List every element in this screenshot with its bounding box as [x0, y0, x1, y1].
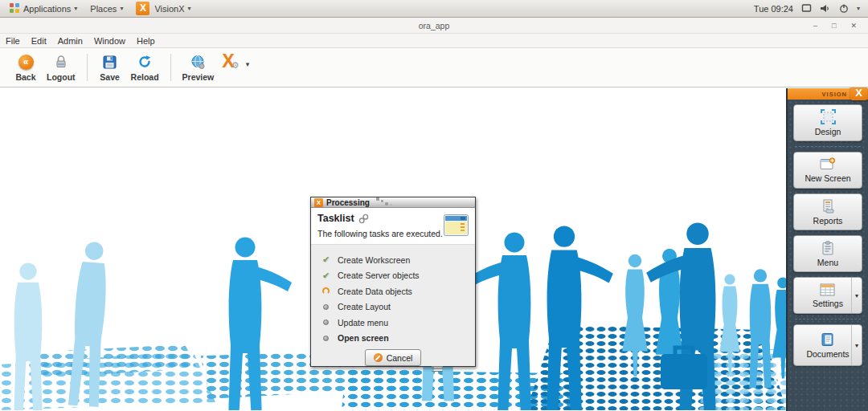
processing-dialog: X Processing Tasklist The following task…	[310, 197, 476, 367]
dialog-header: Tasklist The following tasks are execute…	[311, 208, 475, 245]
task-label: Update menu	[338, 318, 388, 328]
dialog-titlebar[interactable]: X Processing	[311, 197, 475, 208]
settings-button[interactable]: Settings ▾	[793, 277, 862, 314]
workscreen-icon	[444, 214, 469, 236]
menu-clipboard-icon	[821, 241, 834, 255]
menu-label: Menu	[817, 258, 838, 267]
design-label: Design	[815, 127, 841, 136]
sidebar-close-x-icon[interactable]: X	[850, 87, 867, 100]
logout-label: Logout	[47, 72, 76, 82]
back-label: Back	[15, 72, 35, 82]
toolbar-separator	[87, 54, 88, 81]
sidebar-header: VISION X	[788, 88, 868, 100]
globe-preview-icon	[190, 54, 206, 70]
window-titlebar: ora_app – □ ✕	[0, 18, 868, 34]
menu-file[interactable]: File	[0, 35, 26, 47]
logout-button[interactable]: Logout	[42, 52, 80, 82]
toolbar: « Back Logout Save Reload Preview X ⚙ ▾	[0, 48, 868, 87]
lock-icon	[55, 54, 68, 70]
clock[interactable]: Tue 09:24	[754, 4, 793, 14]
maximize-button[interactable]: □	[832, 22, 836, 30]
check-icon: ✔	[322, 255, 330, 264]
documents-label: Documents	[806, 349, 849, 359]
reload-icon	[137, 54, 152, 70]
power-icon[interactable]	[839, 3, 849, 14]
sidebar-brand-label: VISION	[822, 91, 847, 98]
task-list: ✔ Create Workscreen ✔ Create Server obje…	[311, 245, 475, 346]
new-screen-icon	[820, 157, 836, 171]
save-button[interactable]: Save	[94, 52, 126, 82]
task-row: Create Layout	[321, 299, 475, 315]
cancel-button[interactable]: Cancel	[365, 349, 422, 366]
window-title: ora_app	[0, 21, 868, 31]
panel-status-area: Tue 09:24 ▾	[754, 3, 868, 14]
minimize-button[interactable]: –	[813, 22, 817, 30]
settings-table-icon	[820, 283, 835, 296]
toolbar-separator	[170, 54, 171, 81]
link-icon	[358, 214, 369, 224]
toolbar-dropdown-caret[interactable]: ▾	[246, 60, 250, 68]
settings-dropdown-arrow[interactable]: ▾	[851, 278, 862, 313]
reports-button[interactable]: Reports	[793, 193, 862, 230]
applications-menu[interactable]: Applications ▾	[5, 2, 82, 15]
design-marquee-icon	[821, 109, 836, 124]
reload-label: Reload	[131, 72, 159, 82]
documents-button[interactable]: Documents ▾	[793, 324, 862, 366]
dialog-heading: Tasklist	[317, 213, 354, 224]
desktop-panel: Applications ▾ Places ▾ X VisionX ▾ Tue …	[0, 0, 868, 18]
visionx-tool-button[interactable]: X ⚙	[219, 52, 237, 70]
floppy-save-icon	[103, 54, 117, 70]
places-menu[interactable]: Places ▾	[85, 2, 128, 15]
cancel-icon	[374, 353, 383, 362]
panel-menus: Applications ▾ Places ▾ X VisionX ▾	[0, 0, 196, 17]
task-label: Open screen	[338, 333, 389, 343]
menu-edit[interactable]: Edit	[26, 35, 52, 47]
reload-button[interactable]: Reload	[126, 52, 164, 82]
settings-label: Settings	[813, 299, 843, 308]
volume-icon[interactable]	[820, 3, 831, 14]
pending-dot-icon	[323, 319, 329, 325]
workspace-content: X Processing Tasklist The following task…	[0, 87, 868, 411]
cancel-label: Cancel	[387, 353, 413, 363]
documents-book-icon	[821, 332, 834, 347]
spinner-icon	[322, 287, 330, 295]
task-label: Create Server objects	[338, 271, 420, 280]
sidebar-divider	[795, 319, 861, 319]
documents-dropdown-arrow[interactable]: ▾	[851, 325, 862, 365]
close-button[interactable]: ✕	[850, 22, 857, 30]
back-button[interactable]: « Back	[10, 52, 42, 82]
chevron-down-icon: ▾	[188, 5, 191, 12]
pending-dot-icon	[323, 336, 329, 341]
applications-icon	[10, 3, 20, 14]
visionx-menu[interactable]: X VisionX ▾	[131, 0, 195, 17]
pending-dot-icon	[323, 304, 329, 310]
task-label: Create Data objects	[338, 287, 412, 296]
visionx-sidebar: VISION X Design New Screen	[786, 88, 868, 411]
menu-button[interactable]: Menu	[793, 235, 862, 272]
visionx-logo-icon: X	[136, 2, 149, 15]
task-row: Update menu	[321, 315, 475, 331]
save-label: Save	[100, 72, 120, 82]
dialog-title: Processing	[326, 198, 370, 207]
visionx-dialog-icon: X	[314, 198, 323, 207]
chevron-down-icon: ▾	[74, 5, 77, 12]
menu-help[interactable]: Help	[131, 35, 161, 47]
task-row: ✔ Create Workscreen	[321, 252, 475, 268]
menu-admin[interactable]: Admin	[52, 35, 88, 47]
applications-label: Applications	[23, 4, 71, 14]
visionx-label: VisionX	[154, 4, 184, 14]
new-screen-button[interactable]: New Screen	[793, 152, 862, 189]
sidebar-divider	[795, 146, 861, 147]
menu-window[interactable]: Window	[88, 35, 131, 47]
new-screen-label: New Screen	[805, 173, 850, 183]
display-icon[interactable]	[801, 3, 812, 14]
reports-label: Reports	[813, 216, 843, 226]
task-row: Create Data objects	[321, 283, 475, 299]
dialog-button-row: Cancel	[311, 346, 475, 373]
processing-animation-icon	[375, 197, 399, 207]
resize-grip[interactable]	[432, 366, 443, 372]
preview-button[interactable]: Preview	[178, 52, 219, 82]
task-label: Create Workscreen	[338, 255, 410, 265]
design-button[interactable]: Design	[793, 104, 862, 141]
chevron-down-icon[interactable]: ▾	[857, 5, 860, 12]
